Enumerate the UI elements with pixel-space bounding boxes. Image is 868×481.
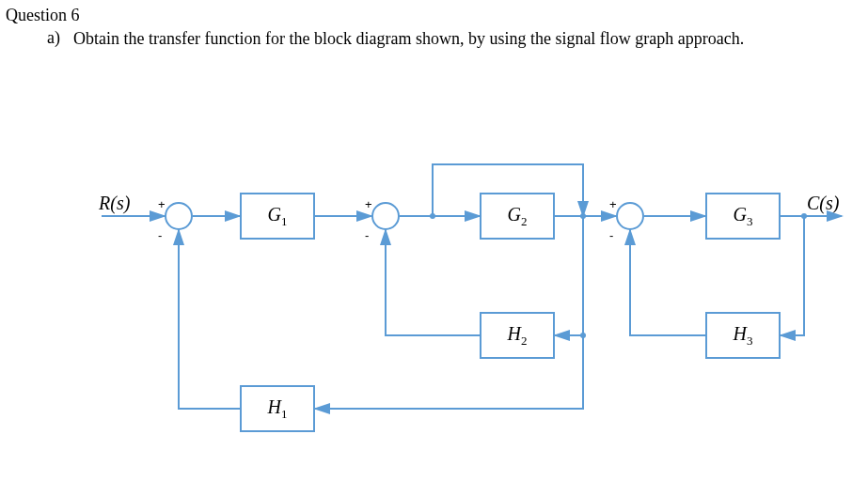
svg-point-9: [580, 213, 586, 219]
svg-point-11: [580, 333, 586, 338]
svg-point-10: [801, 213, 807, 219]
block-diagram: R(s) C(s) + - + - + - G1 G2 G3 H1 H2 H3: [0, 0, 868, 481]
svg-point-8: [430, 213, 435, 219]
diagram-wiring: [0, 0, 868, 481]
